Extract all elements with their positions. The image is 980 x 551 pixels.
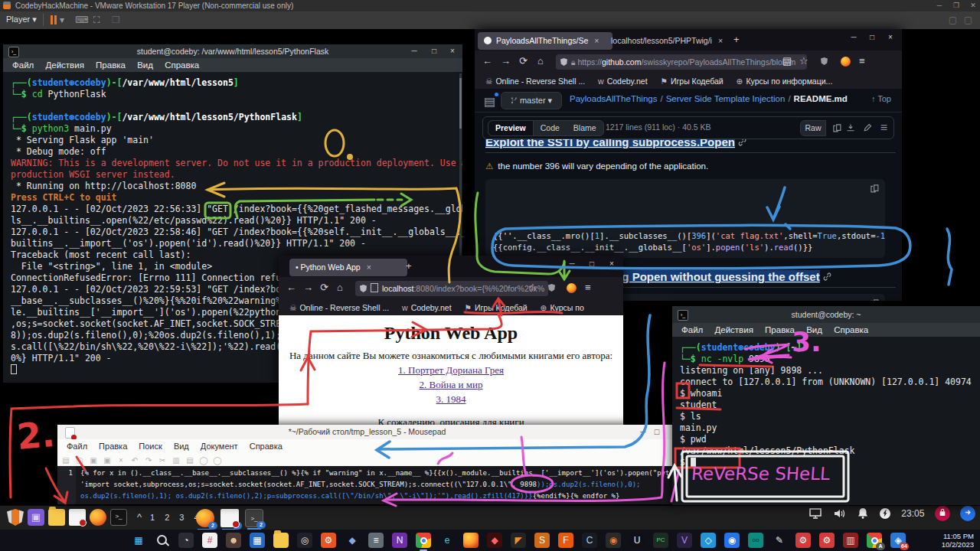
menu-hamburger-icon[interactable]: ≡ <box>859 55 865 67</box>
windows-clock[interactable]: 11:05 PM 10/2/2023 <box>942 532 974 549</box>
code-block-subclasses[interactable]: {{''.__class__.mro()[1].__subclasses__()… <box>485 179 885 258</box>
edge-icon[interactable]: e <box>439 533 455 548</box>
back-to-top-link[interactable]: ↑ Top <box>871 94 891 103</box>
virtualbox-icon[interactable]: ◆ <box>345 533 360 548</box>
terminal-titlebar[interactable]: ›_ student@codeby: ~ <box>672 306 980 323</box>
vmware-close-button[interactable]: ✕ <box>966 0 980 11</box>
edit-pencil-icon[interactable] <box>863 123 872 132</box>
logout-arrow-icon[interactable] <box>960 506 975 521</box>
bookmark-games[interactable]: ⚑Игры Кодебай <box>465 303 528 312</box>
calendar-icon[interactable]: ▦ <box>250 533 265 548</box>
notification-bell-icon[interactable] <box>857 507 869 520</box>
save-as-icon[interactable]: ▣ <box>102 455 113 465</box>
terminal-titlebar[interactable]: ›_ student@codeby: /var/www/html/lesson5… <box>3 44 462 58</box>
pocket-shield-icon[interactable] <box>548 282 559 293</box>
window-terminal-icon[interactable]: >_2 <box>245 509 263 527</box>
bookmark-codeby[interactable]: wCodeby.net <box>598 77 648 86</box>
back-icon[interactable]: ← <box>482 55 492 67</box>
bookmark-courses[interactable]: ⊕Курсы по информаци... <box>737 77 833 86</box>
menu-document[interactable]: Документ <box>201 442 238 451</box>
new-tab-button[interactable]: + <box>406 260 412 272</box>
kp-64-icon[interactable]: ◈64 <box>890 533 906 548</box>
toolbar-right-icon[interactable]: ▢ <box>949 15 957 25</box>
chevron-up-icon[interactable]: ^ <box>131 509 148 526</box>
redo-icon[interactable]: ↷ <box>143 455 154 465</box>
kali-menu-icon[interactable] <box>7 509 24 526</box>
bookmark-reverse-shell[interactable]: ☠Online - Reverse Shell ... <box>289 303 389 312</box>
search-icon[interactable] <box>155 533 170 548</box>
address-bar[interactable]: 🔒︎ https://github.com/swisskyrepo/Payloa… <box>556 54 807 70</box>
chrome-alt-icon[interactable]: A <box>867 533 882 548</box>
bookmark-star-icon[interactable]: ☆ <box>528 282 537 293</box>
copy-icon[interactable]: ▥ <box>171 455 181 465</box>
minimize-button[interactable]: ─ <box>845 33 862 41</box>
menu-actions[interactable]: Действия <box>714 325 753 334</box>
link-icon[interactable] <box>823 272 831 281</box>
undo-icon[interactable]: ↶ <box>129 455 140 465</box>
tab-localhost-phptwig[interactable]: localhost/lesson5/PHPTwig/i× <box>605 32 732 50</box>
scrollbar-thumb[interactable] <box>459 78 462 129</box>
minimize-button[interactable]: ─ <box>564 259 580 268</box>
oo-app-icon[interactable]: oo <box>748 533 763 548</box>
link-icon[interactable] <box>738 139 746 146</box>
new-tab-button[interactable]: + <box>733 34 740 45</box>
menu-hamburger-icon[interactable]: ≡ <box>585 282 591 293</box>
menu-search[interactable]: Поиск <box>139 442 162 451</box>
tab-payloadsallthethings[interactable]: PayloadsAllTheThings/Se× <box>478 32 612 50</box>
tab-preview[interactable]: Preview <box>488 121 534 135</box>
start-icon[interactable]: ▦ <box>131 533 146 548</box>
menu-file[interactable]: Файл <box>12 60 34 70</box>
cinema4d-icon[interactable]: C <box>582 533 597 548</box>
pause-dropdown-icon[interactable]: ▾ <box>60 15 64 25</box>
unreal-icon[interactable]: U <box>629 533 645 548</box>
tab-close-icon[interactable]: × <box>718 36 723 45</box>
window-mousepad-icon[interactable]: 2 <box>220 509 239 527</box>
copy-icon[interactable] <box>870 184 879 193</box>
extension-icon[interactable] <box>567 283 577 293</box>
bookmark-reverse-shell[interactable]: ☠Online - Reverse Shell ... <box>485 77 585 86</box>
breadcrumb-folder[interactable]: Server Side Template Injection <box>666 94 786 103</box>
maximize-button[interactable]: □ <box>651 425 663 439</box>
reload-icon[interactable]: ⟳ <box>519 55 528 67</box>
forward-icon[interactable]: → <box>303 282 313 293</box>
menu-help[interactable]: Справка <box>250 442 283 451</box>
blender-icon[interactable]: ◉ <box>606 533 621 548</box>
tab-close-icon[interactable]: × <box>367 262 371 272</box>
search-replace-icon[interactable]: ◯ <box>212 455 223 465</box>
vmware-maximize-button[interactable]: ❐ <box>949 0 963 11</box>
volume-icon[interactable] <box>832 507 846 520</box>
close-button[interactable]: × <box>603 259 620 268</box>
tracking-shield-icon[interactable] <box>560 58 567 66</box>
gear-red-2-icon[interactable]: ⚙ <box>819 533 835 548</box>
paste-icon[interactable]: ▤ <box>185 455 195 465</box>
terminal-icon[interactable]: >_ <box>110 509 127 526</box>
close-button[interactable]: × <box>444 44 461 58</box>
breadcrumb-repo[interactable]: PayloadsAllTheThings <box>570 94 657 103</box>
gear-red-1-icon[interactable]: ⚙ <box>795 533 811 548</box>
menu-edit[interactable]: Правка <box>96 60 126 70</box>
send-cad-icon[interactable]: ⌨ <box>75 15 88 25</box>
sidebar-toggle-icon[interactable]: ▤ <box>484 94 495 109</box>
book-link-2[interactable]: 2. Война и мир <box>279 379 623 391</box>
minimize-button[interactable]: ─ <box>406 44 423 58</box>
window-firefox-icon[interactable]: 2 <box>196 509 214 527</box>
vmware-icon[interactable]: ≡ <box>368 533 384 548</box>
onenote-icon[interactable]: N <box>392 533 407 548</box>
book-link-3[interactable]: 3. 1984 <box>279 393 623 406</box>
pycharm-icon[interactable]: PC <box>653 533 668 548</box>
tab-blame[interactable]: Blame <box>567 123 603 132</box>
gauge-app-icon[interactable]: ◔ <box>178 533 194 548</box>
close-icon[interactable]: × <box>116 455 126 465</box>
vscode-icon[interactable]: ◇ <box>701 533 716 548</box>
file-explorer-icon[interactable] <box>273 533 289 548</box>
menu-file[interactable]: Файл <box>67 442 87 451</box>
menu-edit[interactable]: Правка <box>765 325 795 334</box>
maximize-button[interactable]: □ <box>583 259 600 268</box>
camera-app-icon[interactable]: ◎ <box>297 533 312 548</box>
workspace-pager-icon[interactable]: ▣ <box>28 509 44 526</box>
menu-view[interactable]: Вид <box>806 325 822 334</box>
home-icon[interactable]: ⌂ <box>337 282 343 293</box>
portrait-app-icon[interactable]: ☻ <box>226 533 241 548</box>
menu-view[interactable]: Вид <box>137 60 153 70</box>
save-file-icon[interactable]: ▣ <box>88 455 99 465</box>
